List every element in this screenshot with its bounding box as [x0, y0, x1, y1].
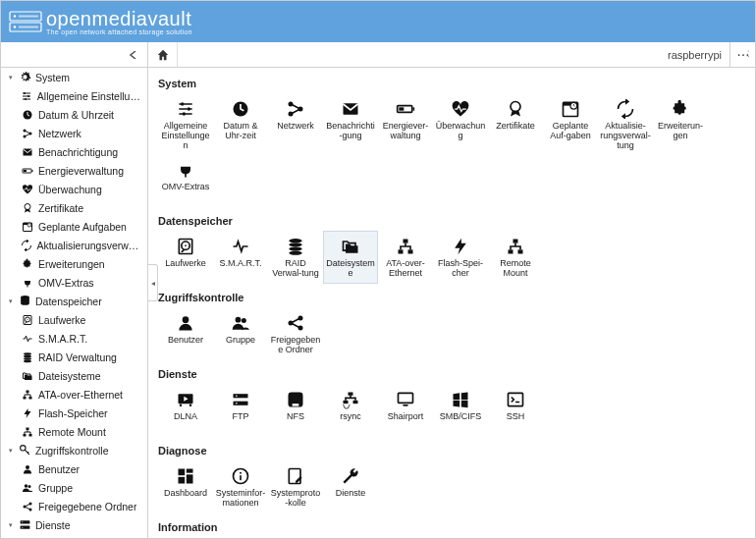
flash-icon: [21, 406, 34, 420]
sidebar-item-omv-extras[interactable]: OMV-Extras: [1, 273, 147, 292]
sidebar-item-ata-over-ethernet[interactable]: ATA-over-Ethernet: [1, 385, 147, 404]
sidebar-item-raid-verwaltung[interactable]: RAID Verwaltung: [1, 348, 147, 366]
sidebar-item-system[interactable]: ▾System: [1, 68, 147, 86]
tile-remote-mount[interactable]: Remote Mount: [488, 231, 543, 284]
tile-datum-uhr-zeit[interactable]: Datum & Uhr-zeit: [213, 93, 268, 154]
sidebar-item-zugriffskontrolle[interactable]: ▾Zugriffskontrolle: [1, 441, 147, 459]
sidebar-item-gruppe[interactable]: Gruppe: [1, 478, 147, 497]
sidebar-item-remote-mount[interactable]: Remote Mount: [1, 422, 147, 441]
tile-label: SSH: [507, 412, 525, 422]
sidebar-item-energieverwaltung[interactable]: Energieverwaltung: [1, 161, 147, 180]
tile--ber[interactable]: Über: [268, 537, 323, 538]
tile-dienste[interactable]: Dienste: [323, 460, 378, 513]
tile-geplante-auf-gaben[interactable]: Geplante Auf-gaben: [543, 93, 598, 154]
ribbon-icon: [21, 201, 34, 215]
tile-aktualisie-rungsverwal-tung[interactable]: Aktualisie-rungsverwal-tung: [598, 93, 653, 154]
home-icon: [156, 48, 170, 62]
tile-raid-verwal-tung[interactable]: RAID Verwal-tung: [268, 231, 323, 284]
sidebar-item-datenspeicher[interactable]: ▾Datenspeicher: [1, 292, 147, 310]
tile-s-m-a-r-t-[interactable]: S.M.A.R.T.: [213, 231, 268, 284]
tile-zertifikate[interactable]: Zertifikate: [488, 93, 543, 154]
svg-point-110: [240, 471, 242, 473]
svg-point-2: [14, 15, 16, 17]
tile-ata-over-ethernet[interactable]: ATA-over-Ethernet: [378, 231, 433, 284]
tile-systeminfor-mationen[interactable]: Systeminfor-mationen: [213, 460, 268, 513]
sidebar-item-label: Laufwerke: [38, 314, 85, 326]
sidebar-item-laufwerke[interactable]: Laufwerke: [1, 310, 147, 329]
tile-omv-extras[interactable]: OMV-Extras: [158, 154, 213, 207]
svg-point-68: [511, 102, 520, 112]
sidebar-expand-handle[interactable]: ◂: [148, 264, 158, 301]
tile--berwachung[interactable]: Überwachung: [433, 93, 488, 154]
tile-label: Flash-Spei-cher: [435, 259, 486, 279]
tile-label: FTP: [233, 412, 249, 422]
svg-rect-46: [20, 526, 29, 529]
sidebar-item-label: Remote Mount: [38, 426, 106, 438]
sidebar-item-label: Dienste: [35, 519, 71, 531]
home-button[interactable]: [148, 42, 178, 67]
svg-point-29: [24, 354, 31, 357]
tile-gruppe[interactable]: Gruppe: [213, 307, 268, 360]
sidebar-item-allgemeine-einstellungen[interactable]: Allgemeine Einstellungen: [1, 86, 147, 105]
sidebar-item-label: Energieverwaltung: [38, 165, 124, 177]
tile-flash-spei-cher[interactable]: Flash-Spei-cher: [433, 231, 488, 284]
tile-dateisysteme[interactable]: Dateisysteme: [323, 231, 378, 284]
ribbon-icon: [506, 98, 525, 120]
tile-ftp[interactable]: FTP: [213, 384, 268, 437]
tile-smb-cifs[interactable]: SMB/CIFS: [433, 384, 488, 437]
sidebar-item-dateisysteme[interactable]: Dateisysteme: [1, 366, 147, 385]
tile-spenden[interactable]: Spenden: [158, 537, 213, 538]
share3-icon: [286, 312, 305, 334]
sidebar: ▾SystemAllgemeine EinstellungenDatum & U…: [1, 68, 148, 538]
sidebar-item-netzwerk[interactable]: Netzwerk: [1, 124, 147, 142]
tile-shairport[interactable]: Shairport: [378, 384, 433, 437]
sidebar-item-erweiterungen[interactable]: Erweiterungen: [1, 254, 147, 273]
tile-benachrichti-gung[interactable]: Benachrichti-gung: [323, 93, 378, 154]
tile-systemproto-kolle[interactable]: Systemproto-kolle: [268, 460, 323, 513]
sidebar-item-zertifikate[interactable]: Zertifikate: [1, 198, 147, 217]
sidebar-item-datum-uhrzeit[interactable]: Datum & Uhrzeit: [1, 105, 147, 124]
sidebar-item-benutzer[interactable]: Benutzer: [1, 459, 147, 478]
user-menu-button[interactable]: [729, 42, 755, 67]
sidebar-item-geplante-aufgaben[interactable]: Geplante Aufgaben: [1, 217, 147, 236]
tile-freigegebene-ordner[interactable]: Freigegebene Ordner: [268, 307, 323, 360]
section-title: Diagnose: [158, 445, 745, 457]
sidebar-item-aktualisierungsverwaltung[interactable]: Aktualisierungsverwaltung: [1, 236, 147, 254]
sidebar-collapse-button[interactable]: [1, 42, 148, 67]
tile-label: ATA-over-Ethernet: [380, 259, 431, 279]
svg-point-92: [180, 404, 183, 406]
tile-dlna[interactable]: DLNA: [158, 384, 213, 437]
tile-support[interactable]: Support: [213, 537, 268, 538]
sidebar-item-dienste[interactable]: ▾Dienste: [1, 515, 147, 534]
tile-energiever-waltung[interactable]: Energiever-waltung: [378, 93, 433, 154]
svg-rect-94: [234, 394, 248, 398]
sidebar-item-flash-speicher[interactable]: Flash-Speicher: [1, 404, 147, 422]
sidebar-item-benachrichtigung[interactable]: Benachrichtigung: [1, 142, 147, 161]
sidebar-item--berwachung[interactable]: Überwachung: [1, 180, 147, 198]
tile-rsync[interactable]: rsync: [323, 384, 378, 437]
tile-ssh[interactable]: SSH: [488, 384, 543, 437]
svg-point-96: [236, 395, 238, 397]
tile-nfs[interactable]: NFS: [268, 384, 323, 437]
tile-dashboard[interactable]: Dashboard: [158, 460, 213, 513]
tile-benutzer[interactable]: Benutzer: [158, 307, 213, 360]
tile-label: S.M.A.R.T.: [219, 259, 261, 269]
tile-erweiterun-gen[interactable]: Erweiterun-gen: [653, 93, 708, 154]
sidebar-item-freigegebene-ordner[interactable]: Freigegebene Ordner: [1, 497, 147, 515]
stack-icon: [286, 236, 305, 257]
sidebar-item-dlna[interactable]: DLNA: [1, 534, 147, 538]
svg-point-57: [181, 102, 184, 105]
sidebar-item-label: System: [35, 72, 70, 83]
sidebar-item-label: OMV-Extras: [38, 277, 94, 289]
tile-allgemeine-einstellungen[interactable]: Allgemeine Einstellungen: [158, 93, 213, 154]
tile-label: Systeminfor-mationen: [215, 489, 266, 509]
server-icon: [18, 518, 31, 532]
sidebar-item-s-m-a-r-t-[interactable]: S.M.A.R.T.: [1, 329, 147, 348]
plug-icon: [21, 276, 34, 290]
svg-rect-81: [408, 249, 413, 253]
tile-laufwerke[interactable]: Laufwerke: [158, 231, 213, 284]
tile-netzwerk[interactable]: Netzwerk: [268, 93, 323, 154]
svg-point-20: [25, 203, 30, 209]
svg-rect-5: [19, 27, 38, 28]
svg-point-8: [746, 54, 748, 56]
